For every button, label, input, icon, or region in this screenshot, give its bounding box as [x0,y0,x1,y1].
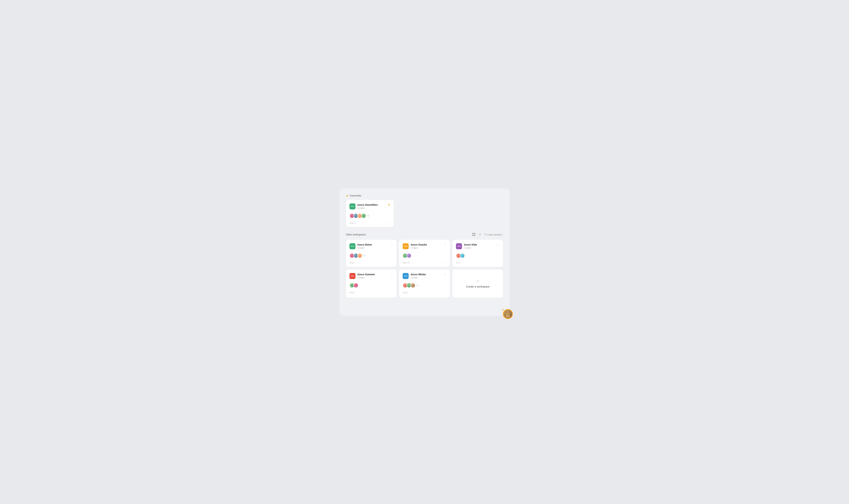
user-face-svg [504,310,512,318]
card-date-summer: Aug 7 [349,291,355,294]
grid-icon [472,233,475,236]
workspace-card-smoothies[interactable]: Jusco Jusco Smoothies 4 pages ★ +3 Aug 2… [346,200,394,227]
workspace-name-smoothies: Jusco Smoothies [357,203,378,206]
avatars-kids [456,253,500,258]
card-date-kids: Jul 3 [456,262,461,264]
star-button-smoothies[interactable]: ★ [388,203,390,206]
workspace-icon-detox: Jusco [349,243,356,249]
avatar-count-detox: +2 [363,254,365,257]
more-button-smoothies[interactable]: ··· [387,221,390,224]
star-button-detox[interactable]: ☆ [391,243,393,246]
workspace-pages-winter: 3 pages [411,276,426,279]
workspace-card-snacks[interactable]: Jusco Jusco Snacks 4 pages ☆ May 25 [399,240,450,267]
svg-rect-5 [479,234,481,235]
avatars-summer [349,283,393,288]
favourites-section-header: ★ Favourites [346,194,503,197]
star-button-winter[interactable]: ☆ [444,273,446,276]
notification-arrow-icon: ▶ [502,308,504,311]
workspaces-grid: Jusco Jusco Detox 5 pages ☆ +2 [346,240,503,298]
svg-rect-1 [474,233,475,234]
more-button-summer[interactable]: ··· [390,291,393,294]
filter-label: Latest activity [487,233,501,236]
svg-rect-2 [472,235,473,236]
workspace-name-detox: Jusco Detox [357,243,372,246]
avatar-count-winter: +1 [416,284,419,287]
more-button-winter[interactable]: ··· [443,291,446,294]
list-view-button[interactable] [478,232,482,237]
more-button-detox[interactable]: ··· [390,261,393,264]
avatar [411,283,415,288]
svg-rect-6 [479,235,481,235]
card-date-snacks: May 25 [403,262,410,264]
workspace-name-winter: Jusco Winter [411,273,426,276]
user-avatar-ring: ▶ [503,309,513,319]
avatars-detox: +2 [349,253,393,258]
workspace-icon-winter: Jusco [403,273,409,279]
avatars-winter: +1 [403,283,446,288]
grid-view-button[interactable] [471,232,476,237]
card-footer-smoothies: Aug 27 ··· [349,221,390,224]
chevron-down-icon: ▾ [502,234,503,236]
workspace-card-detox[interactable]: Jusco Jusco Detox 5 pages ☆ +2 [346,240,397,267]
avatar [357,253,362,258]
more-button-snacks[interactable]: ··· [443,261,446,264]
avatar-count-smoothies: +3 [367,215,369,217]
avatar [361,213,366,218]
card-identity-smoothies: Jusco Jusco Smoothies 4 pages [349,203,378,210]
svg-rect-4 [479,234,481,234]
avatars-smoothies: +3 [349,213,390,218]
star-button-kids[interactable]: ☆ [497,243,500,246]
workspace-pages-smoothies: 4 pages [357,207,378,209]
workspace-icon-summer: Jusco [349,273,356,279]
workspace-icon-smoothies: Jusco [349,203,356,210]
favourites-star-icon: ★ [346,194,348,197]
workspace-name-summer: Jusco Summer [357,273,375,276]
workspace-name-snacks: Jusco Snacks [411,243,427,246]
avatar [353,283,358,288]
workspace-icon-snacks: Jusco [403,243,409,249]
more-button-kids[interactable]: ··· [496,261,500,264]
filter-button[interactable]: Latest activity ▾ [484,233,503,236]
svg-rect-3 [474,235,475,236]
svg-rect-14 [507,312,507,313]
workspace-pages-detox: 5 pages [357,247,372,249]
card-date-smoothies: Aug 27 [349,222,356,224]
main-container: ★ Favourites Jusco Jusco Smoothies 4 pag… [340,188,510,316]
card-date-winter: Aug 7 [403,291,408,294]
create-workspace-card[interactable]: + Create a workspace [452,269,503,298]
svg-point-13 [508,313,509,313]
workspace-card-kids[interactable]: Jusco Jusco Kids 2 pages ☆ Jul 3 · [452,240,503,267]
workspace-name-kids: Jusco Kids [464,243,477,246]
list-icon [479,233,482,236]
other-workspaces-section: Other workspaces [346,232,503,298]
workspace-pages-kids: 2 pages [464,247,477,249]
workspace-pages-snacks: 4 pages [411,247,427,249]
other-section-header: Other workspaces [346,232,503,237]
favourites-title: Favourites [350,194,361,197]
create-workspace-label: Create a workspace [466,285,489,288]
user-avatar-photo [504,310,512,318]
card-date-detox: Aug 5 [349,262,355,264]
workspace-card-winter[interactable]: Jusco Jusco Winter 3 pages ☆ +1 [399,269,450,298]
svg-point-12 [507,313,507,313]
workspace-card-summer[interactable]: Jusco Jusco Summer 1 pages ☆ Aug 7 [346,269,397,298]
workspace-pages-summer: 1 pages [357,276,375,279]
svg-rect-0 [472,233,473,234]
other-workspaces-title: Other workspaces [346,233,366,236]
avatar [460,253,465,258]
svg-point-11 [506,314,510,318]
filter-icon [484,233,486,236]
avatars-snacks [403,253,446,258]
avatar [406,253,412,258]
svg-rect-15 [508,312,509,313]
workspace-icon-kids: Jusco [456,243,462,249]
star-button-summer[interactable]: ☆ [391,273,393,276]
favourites-grid: Jusco Jusco Smoothies 4 pages ★ +3 Aug 2… [346,200,503,227]
star-button-snacks[interactable]: ☆ [444,243,446,246]
user-avatar-container[interactable]: ▶ [503,309,513,319]
card-header-smoothies: Jusco Jusco Smoothies 4 pages ★ [349,203,390,210]
create-plus-icon: + [477,279,479,283]
